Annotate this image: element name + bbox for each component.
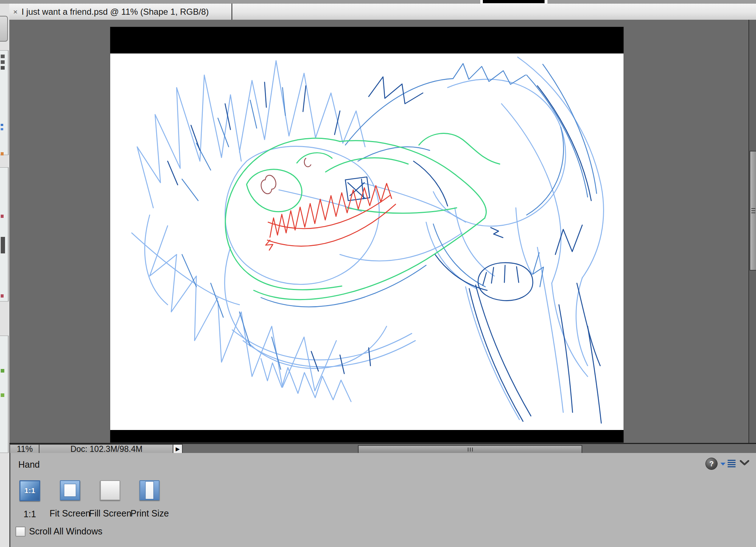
vertical-scrollbar-thumb[interactable]: [750, 151, 756, 271]
panel-fragment: [0, 167, 9, 301]
status-bar: 11% Doc: 102.3M/98.4M ▶: [9, 443, 756, 454]
panel-icon-fragment[interactable]: [1, 60, 5, 64]
actual-pixels-label: 1:1: [24, 509, 36, 519]
tool-button-fragment[interactable]: [0, 16, 8, 42]
fit-screen-icon: [64, 484, 76, 497]
tab-title: I just want a friend.psd @ 11% (Shape 1,…: [22, 7, 209, 17]
print-size-icon: [145, 481, 154, 499]
doc-size-indicator[interactable]: Doc: 102.3M/98.4M: [39, 444, 174, 454]
fit-screen-group: Fit Screen: [50, 480, 90, 519]
status-flyout-button[interactable]: ▶: [173, 444, 183, 454]
sketch-light-blue-strokes: [132, 57, 603, 420]
panel-icon-fragment[interactable]: [1, 66, 5, 70]
tab-separator: [232, 4, 232, 20]
letterbox-bottom: [110, 430, 624, 443]
sketch-green-head-outline: [225, 133, 500, 299]
tab-close-icon[interactable]: ×: [9, 4, 22, 20]
print-size-label: Print Size: [131, 508, 169, 519]
menu-lines-icon: [728, 460, 736, 468]
fit-screen-label: Fit Screen: [50, 508, 90, 519]
zoom-level-field[interactable]: 11%: [9, 444, 40, 454]
tool-options-bar: Hand 1:1 1:1 Fit Screen Fill Screen Prin…: [9, 453, 756, 547]
panel-icon-fragment[interactable]: [1, 128, 3, 130]
sketch-mid-blue-strokes: [182, 64, 597, 369]
print-size-button[interactable]: [140, 480, 160, 500]
panel-menu-icon[interactable]: [720, 459, 743, 469]
sketch-navy-strokes: [168, 77, 601, 423]
panel-icon-fragment[interactable]: [1, 294, 4, 298]
photoshop-window: × I just want a friend.psd @ 11% (Shape …: [0, 0, 756, 547]
fill-screen-button[interactable]: [100, 480, 120, 500]
panel-icon-fragment[interactable]: [1, 393, 4, 397]
canvas-area[interactable]: [9, 20, 748, 443]
scroll-all-windows-label: Scroll All Windows: [29, 526, 102, 537]
window-top-strip: [0, 0, 756, 4]
document-tab-bar: × I just want a friend.psd @ 11% (Shape …: [9, 4, 756, 20]
panel-icon-fragment[interactable]: [1, 369, 4, 373]
document-tab[interactable]: × I just want a friend.psd @ 11% (Shape …: [9, 4, 232, 20]
actual-pixels-button[interactable]: 1:1: [19, 480, 40, 501]
panel-icon-fragment[interactable]: [1, 152, 4, 155]
fill-screen-group: Fill Screen: [89, 480, 131, 519]
overlapping-window-edge-dark: [483, 0, 545, 3]
chevron-down-icon[interactable]: [740, 460, 749, 466]
fit-screen-button[interactable]: [60, 480, 80, 500]
vertical-scrollbar[interactable]: [748, 20, 756, 443]
sketch-eye-marks: [261, 158, 311, 194]
sketch-red-teeth: [266, 183, 396, 250]
panel-icon-fragment[interactable]: [1, 55, 5, 58]
collapsed-panel-strip: [0, 4, 9, 547]
scrollbar-grip: [751, 208, 755, 209]
actual-pixels-group: 1:1 1:1: [19, 480, 40, 519]
scrollbar-grip: [468, 448, 468, 452]
panel-icon-fragment[interactable]: [1, 124, 3, 126]
panel-icon-fragment[interactable]: [1, 237, 5, 253]
help-icon[interactable]: ?: [705, 458, 718, 470]
tool-name-label: Hand: [18, 459, 40, 470]
letterbox-top: [110, 27, 624, 53]
menu-triangle-icon: [720, 463, 725, 466]
scroll-all-windows-checkbox[interactable]: [15, 527, 25, 537]
horizontal-scrollbar-thumb[interactable]: [358, 445, 582, 454]
scrollbar-grip: [751, 212, 755, 213]
document-canvas[interactable]: [110, 27, 624, 443]
sketch-artwork: [110, 53, 624, 430]
panel-icon-fragment[interactable]: [1, 215, 4, 218]
scrollbar-grip: [751, 210, 755, 211]
scrollbar-grip: [472, 448, 473, 452]
print-size-group: Print Size: [131, 480, 169, 519]
fill-screen-label: Fill Screen: [89, 508, 131, 519]
scrollbar-grip: [470, 448, 471, 452]
